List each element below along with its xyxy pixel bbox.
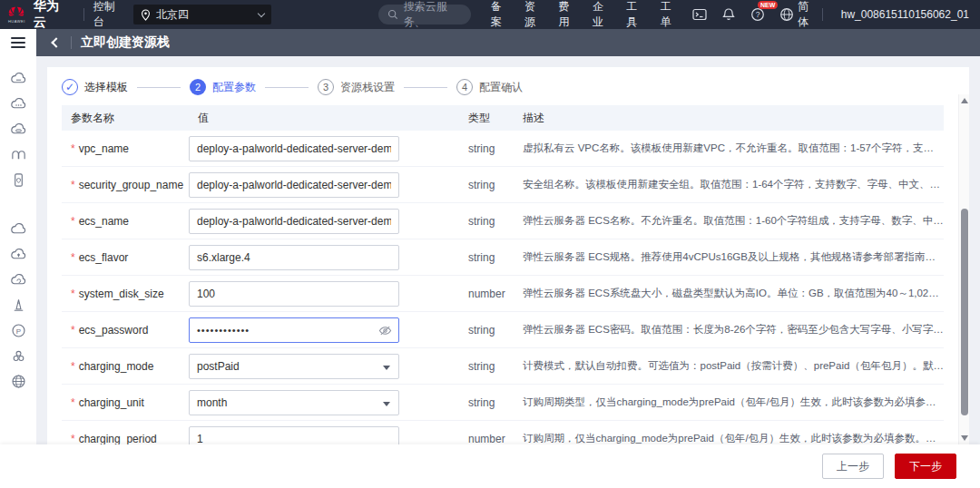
beacon-icon[interactable] <box>5 292 31 317</box>
step-connector <box>404 87 447 88</box>
cluster-icon[interactable] <box>5 343 31 368</box>
param-type: string <box>459 324 514 337</box>
charging_mode-select[interactable]: postPaid <box>189 354 399 379</box>
param-row-ecs_password: *ecs_password••••••••••••string弹性云服务器 EC… <box>62 312 944 348</box>
back-button[interactable] <box>51 37 61 47</box>
topnav-item-工具[interactable]: 工具 <box>626 0 642 30</box>
param-name: *charging_unit <box>62 396 189 409</box>
service-sidebar: P <box>0 56 36 444</box>
step-connector <box>265 87 309 88</box>
vpc_name-input[interactable] <box>189 136 399 161</box>
previous-step-button[interactable]: 上一步 <box>822 454 884 479</box>
search-input[interactable]: 搜索云服务、 <box>378 5 471 24</box>
cloud-server-icon[interactable] <box>5 65 31 91</box>
ecs_name-input[interactable] <box>189 209 399 234</box>
bridge-icon[interactable] <box>5 142 31 167</box>
mobile-shield-icon[interactable] <box>5 167 31 192</box>
required-asterisk: * <box>71 396 75 409</box>
param-description: 弹性云服务器 ECS密码。取值范围：长度为8-26个字符，密码至少包含大写字母、… <box>514 323 944 337</box>
svg-text:P: P <box>15 327 20 335</box>
parking-circle-icon[interactable]: P <box>5 317 31 343</box>
vertical-scrollbar[interactable] <box>958 94 969 444</box>
step-number: 2 <box>190 79 206 95</box>
param-description: 安全组名称。该模板使用新建安全组。取值范围：1-64个字符，支持数字、字母、中文… <box>514 178 944 191</box>
scrollbar-thumb[interactable] <box>961 209 968 415</box>
param-type: string <box>459 142 514 155</box>
param-name: *ecs_flavor <box>62 251 189 264</box>
charging_unit-select[interactable]: month <box>189 390 399 415</box>
ecs_flavor-input[interactable] <box>189 245 399 270</box>
param-type: number <box>459 433 514 445</box>
security_group_name-input[interactable] <box>189 172 399 198</box>
charging_period-input[interactable] <box>189 426 399 445</box>
step-number: 4 <box>456 79 473 95</box>
required-asterisk: * <box>71 251 75 264</box>
security_group_name-input-field[interactable] <box>197 179 391 191</box>
cloud-ellipsis-icon[interactable] <box>5 91 31 116</box>
ecs_password-password-input[interactable]: •••••••••••• <box>189 317 399 343</box>
globe-grid-icon[interactable] <box>5 368 31 394</box>
next-step-button[interactable]: 下一步 <box>895 454 956 479</box>
region-selector[interactable]: 北京四 <box>133 5 271 24</box>
step-2[interactable]: 2配置参数 <box>190 79 256 95</box>
hamburger-icon <box>11 34 25 51</box>
param-description: 订购周期类型，仅当charging_mode为prePaid（包年/包月）生效，… <box>514 395 944 409</box>
topnav-item-费用[interactable]: 费用 <box>559 0 574 30</box>
param-row-system_disk_size: *system_disk_sizenumber弹性云服务器 ECS系统盘大小，磁… <box>62 276 944 312</box>
param-description: 虚拟私有云 VPC名称。该模板使用新建VPC，不允许重名。取值范围：1-57个字… <box>514 142 944 155</box>
scroll-up-arrow[interactable] <box>961 98 968 103</box>
notification-bell-icon[interactable] <box>721 7 736 22</box>
brand-huawei-cloud[interactable]: 华为云 <box>34 0 65 31</box>
param-name: *charging_mode <box>62 360 189 373</box>
topnav-item-工单[interactable]: 工单 <box>661 0 676 30</box>
topnav-item-资源[interactable]: 资源 <box>524 0 540 30</box>
param-name: *ecs_password <box>62 324 189 337</box>
charging_period-input-field[interactable] <box>197 433 391 445</box>
cloud-monitor-icon[interactable] <box>5 267 31 292</box>
ecs_flavor-input-field[interactable] <box>197 251 391 264</box>
param-type: string <box>459 179 514 191</box>
param-name: *charging_period <box>62 433 189 445</box>
param-type: string <box>459 251 514 264</box>
required-asterisk: * <box>71 433 75 445</box>
param-row-ecs_name: *ecs_namestring弹性云服务器 ECS名称。不允许重名。取值范围：1… <box>62 203 944 239</box>
cloud-icon[interactable] <box>5 216 31 241</box>
param-description: 订购周期，仅当charging_mode为prePaid（包年/包月）生效，此时… <box>514 432 944 444</box>
ecs_name-input-field[interactable] <box>197 215 391 228</box>
param-type: string <box>459 396 514 409</box>
system_disk_size-input-field[interactable] <box>197 288 391 300</box>
param-type: string <box>459 215 514 228</box>
vpc_name-input-field[interactable] <box>197 142 391 155</box>
cloud-upload-icon[interactable] <box>5 241 31 267</box>
cli-terminal-icon[interactable] <box>692 7 707 22</box>
topnav-item-备案[interactable]: 备案 <box>491 0 506 30</box>
sidebar-toggle-button[interactable] <box>0 29 36 56</box>
step-label: 配置确认 <box>479 80 523 95</box>
globe-icon <box>779 7 794 22</box>
step-1[interactable]: ✓选择模板 <box>62 79 128 95</box>
param-row-vpc_name: *vpc_namestring虚拟私有云 VPC名称。该模板使用新建VPC，不允… <box>62 131 944 167</box>
divider <box>83 8 84 21</box>
page-header: 立即创建资源栈 <box>36 29 980 56</box>
eye-off-icon[interactable] <box>378 324 392 337</box>
scroll-down-arrow[interactable] <box>961 435 968 441</box>
step-3: 3资源栈设置 <box>318 79 395 95</box>
step-number: 3 <box>318 79 334 95</box>
console-link[interactable]: 控制台 <box>93 0 121 30</box>
param-row-charging_unit: *charging_unitmonthstring订购周期类型，仅当chargi… <box>62 385 944 421</box>
huawei-logo-icon[interactable]: HUAWEI <box>0 6 34 24</box>
topnav-item-企业[interactable]: 企业 <box>593 0 608 30</box>
param-description: 计费模式，默认自动扣费。可选值为：postPaid（按需计费）、prePaid（… <box>514 359 944 373</box>
col-header-desc: 描述 <box>514 111 944 126</box>
help-icon[interactable]: ? NEW <box>750 7 765 22</box>
masked-password-value: •••••••••••• <box>197 325 250 336</box>
col-header-type: 类型 <box>459 111 514 126</box>
account-name[interactable]: hw_008615110156062_01 <box>841 8 969 21</box>
language-selector[interactable]: 简体 <box>779 0 813 30</box>
param-row-charging_mode: *charging_modepostPaidstring计费模式，默认自动扣费。… <box>62 348 944 385</box>
cloud-database-icon[interactable] <box>5 116 31 142</box>
parameter-table: 参数名称 值 类型 描述 *vpc_namestring虚拟私有云 VPC名称。… <box>62 105 944 444</box>
system_disk_size-input[interactable] <box>189 281 399 307</box>
required-asterisk: * <box>71 215 75 228</box>
param-row-charging_period: *charging_periodnumber订购周期，仅当charging_mo… <box>62 421 944 444</box>
